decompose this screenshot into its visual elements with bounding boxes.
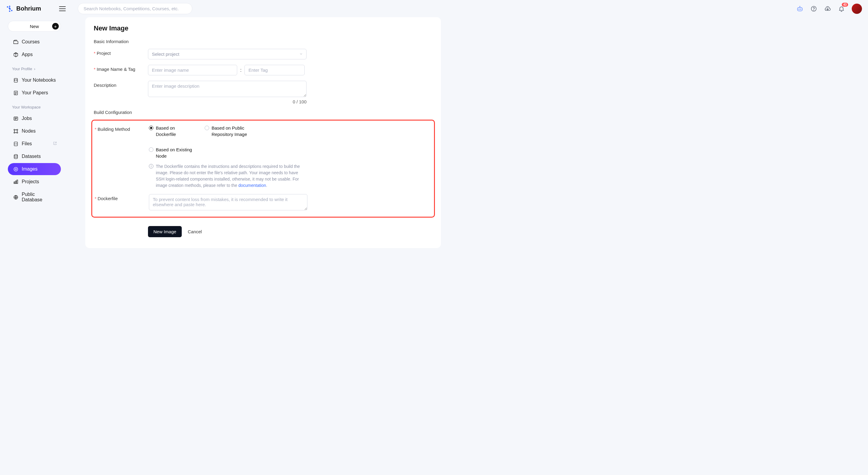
dockerfile-textarea[interactable] [149,194,307,210]
sidebar-item-your-papers[interactable]: Your Papers [8,87,61,99]
sidebar-item-label: Files [22,141,32,147]
images-icon [13,166,19,172]
label-dockerfile: *Dockerfile [95,194,149,201]
external-icon [53,141,57,147]
svg-rect-4 [8,7,11,10]
label-image-name: *Image Name & Tag [94,65,148,72]
radio-dockerfile[interactable]: Based on Dockerfile [149,125,195,137]
main-content: New Image Basic Information *Project Sel… [69,17,868,256]
svg-rect-5 [798,7,802,11]
sidebar-item-label: Apps [22,52,33,57]
svg-rect-24 [15,181,16,184]
svg-point-21 [14,167,18,171]
brand-logo-icon [6,5,13,12]
svg-point-9 [800,6,800,6]
page-title: New Image [94,24,433,32]
sidebar-item-label: Public Database [22,192,56,202]
cancel-button[interactable]: Cancel [188,229,202,234]
description-counter: 0 / 100 [148,99,307,104]
help-icon[interactable] [810,5,817,12]
radio-indicator [205,126,209,130]
courses-icon [13,39,19,45]
bot-icon[interactable] [796,5,804,12]
sidebar-item-nodes[interactable]: Nodes [8,125,61,137]
svg-rect-23 [14,182,15,184]
plus-icon: + [52,23,59,30]
svg-point-1 [9,5,10,7]
section-build-config: Build Configuration [94,110,433,115]
svg-point-22 [15,168,17,170]
projects-icon [13,179,19,185]
svg-point-6 [799,9,800,10]
sidebar-item-label: Projects [22,179,39,185]
sidebar-item-label: Your Papers [22,90,48,96]
papers-icon [13,90,19,96]
sidebar-item-projects[interactable]: Projects [8,176,61,188]
dockerfile-info-text: The Dockerfile contains the instructions… [156,163,307,189]
public-db-icon [13,194,19,200]
form-actions: New Image Cancel [94,226,433,237]
svg-rect-25 [17,180,18,184]
sidebar-item-label: Courses [22,39,40,44]
sidebar-item-label: Jobs [22,116,32,121]
sidebar-item-label: Nodes [22,128,36,134]
name-tag-separator: : [240,67,241,73]
sidebar-item-label: Your Notebooks [22,77,56,83]
submit-button[interactable]: New Image [148,226,182,237]
top-header: Bohrium 43 [0,0,868,17]
svg-point-2 [9,10,10,12]
datasets-icon [13,153,19,159]
sidebar-item-your-notebooks[interactable]: Your Notebooks [8,74,61,86]
description-textarea[interactable] [148,81,307,97]
brand-name: Bohrium [16,5,41,12]
label-building-method: *Building Method [95,125,149,132]
download-icon[interactable] [824,5,831,12]
new-button-label: New [30,24,39,29]
image-tag-input[interactable] [244,65,305,75]
chevron-right-icon: › [34,67,35,71]
svg-point-7 [800,9,801,10]
apps-icon [13,52,19,58]
notebooks-icon [13,77,19,83]
sidebar-section-workspace: Your Workspace [0,99,69,112]
menu-toggle-icon[interactable] [59,6,66,11]
sidebar-item-label: Images [22,166,37,172]
info-icon: i [149,164,153,168]
sidebar-item-files[interactable]: Files [8,138,61,150]
new-button[interactable]: New + [8,21,61,32]
brand-area[interactable]: Bohrium [6,5,41,12]
radio-indicator-selected [149,126,153,130]
svg-point-15 [13,129,15,130]
sidebar-item-jobs[interactable]: Jobs [8,113,61,124]
notifications-badge: 43 [842,3,848,7]
files-icon [13,141,19,147]
svg-point-18 [17,132,18,133]
highlighted-region: *Building Method Based on Dockerfile Bas… [91,120,435,218]
form-card: New Image Basic Information *Project Sel… [85,17,441,248]
notifications-icon[interactable]: 43 [838,5,845,12]
svg-point-3 [11,10,13,11]
svg-point-20 [14,154,17,156]
svg-point-16 [17,129,18,130]
jobs-icon [13,116,19,122]
sidebar-item-apps[interactable]: Apps [8,49,61,61]
section-basic-info: Basic Information [94,39,433,44]
sidebar-item-datasets[interactable]: Datasets [8,150,61,162]
svg-point-17 [13,132,15,133]
sidebar-item-label: Datasets [22,154,41,159]
project-select[interactable]: Select project [148,49,307,59]
documentation-link[interactable]: documentation [239,183,266,188]
header-actions: 43 [796,4,862,14]
sidebar-item-courses[interactable]: Courses [8,36,61,48]
search-input[interactable] [78,3,192,14]
sidebar-section-profile[interactable]: Your Profile › [0,61,69,73]
sidebar-item-images[interactable]: Images [8,163,61,175]
nodes-icon [13,128,19,134]
image-name-input[interactable] [148,65,237,75]
sidebar-item-public-database[interactable]: Public Database [8,188,61,206]
label-description: Description [94,81,148,88]
radio-existing-node[interactable]: Based on Existing Node [149,147,195,159]
label-project: *Project [94,49,148,56]
radio-public-repo[interactable]: Based on Public Repository Image [205,125,262,137]
avatar[interactable] [852,4,862,14]
